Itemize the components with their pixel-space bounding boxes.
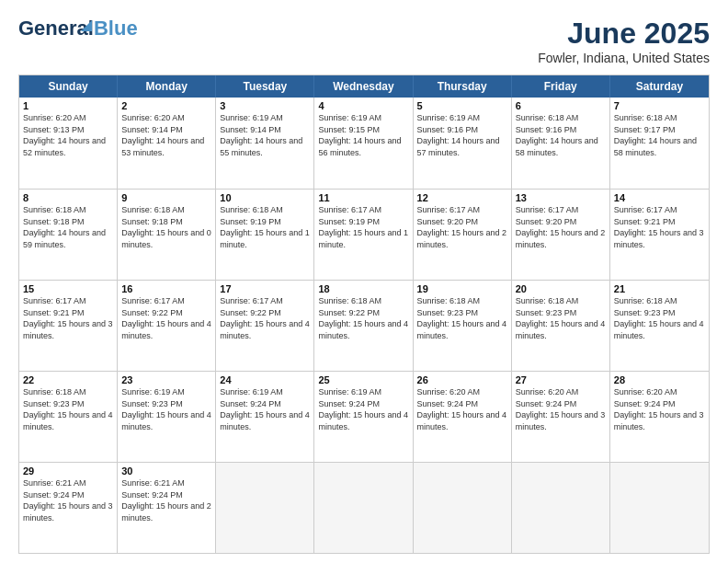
table-row: 13 Sunrise: 6:17 AM Sunset: 9:20 PM Dayl… bbox=[512, 190, 610, 280]
day-number: 10 bbox=[220, 192, 310, 203]
table-row: 18 Sunrise: 6:18 AM Sunset: 9:22 PM Dayl… bbox=[314, 281, 413, 371]
cell-info: Sunrise: 6:21 AM Sunset: 9:24 PM Dayligh… bbox=[121, 477, 211, 523]
header-saturday: Saturday bbox=[610, 75, 709, 98]
page: GeneralBlue June 2025 Fowler, Indiana, U… bbox=[0, 0, 728, 563]
cell-info: Sunrise: 6:17 AM Sunset: 9:22 PM Dayligh… bbox=[121, 295, 211, 341]
week-row-2: 8 Sunrise: 6:18 AM Sunset: 9:18 PM Dayli… bbox=[19, 189, 709, 280]
cell-info: Sunrise: 6:18 AM Sunset: 9:22 PM Dayligh… bbox=[318, 295, 408, 341]
day-number: 30 bbox=[121, 465, 211, 477]
header-monday: Monday bbox=[118, 75, 216, 98]
cell-info: Sunrise: 6:18 AM Sunset: 9:19 PM Dayligh… bbox=[220, 204, 310, 250]
table-row: 17 Sunrise: 6:17 AM Sunset: 9:22 PM Dayl… bbox=[216, 281, 314, 371]
table-row: 5 Sunrise: 6:19 AM Sunset: 9:16 PM Dayli… bbox=[414, 98, 512, 189]
cell-info: Sunrise: 6:17 AM Sunset: 9:20 PM Dayligh… bbox=[417, 204, 507, 250]
table-row: 12 Sunrise: 6:17 AM Sunset: 9:20 PM Dayl… bbox=[414, 190, 512, 280]
table-row bbox=[414, 463, 512, 553]
cell-info: Sunrise: 6:19 AM Sunset: 9:23 PM Dayligh… bbox=[121, 386, 211, 432]
day-number: 12 bbox=[417, 192, 507, 203]
day-number: 22 bbox=[23, 374, 113, 385]
cell-info: Sunrise: 6:19 AM Sunset: 9:15 PM Dayligh… bbox=[318, 112, 408, 158]
table-row: 14 Sunrise: 6:17 AM Sunset: 9:21 PM Dayl… bbox=[610, 190, 709, 280]
table-row: 27 Sunrise: 6:20 AM Sunset: 9:24 PM Dayl… bbox=[512, 372, 610, 462]
cell-info: Sunrise: 6:18 AM Sunset: 9:23 PM Dayligh… bbox=[23, 386, 113, 432]
table-row: 19 Sunrise: 6:18 AM Sunset: 9:23 PM Dayl… bbox=[414, 281, 512, 371]
day-number: 25 bbox=[318, 374, 408, 385]
day-number: 2 bbox=[121, 100, 211, 111]
table-row: 2 Sunrise: 6:20 AM Sunset: 9:14 PM Dayli… bbox=[118, 98, 216, 189]
day-number: 23 bbox=[121, 374, 211, 385]
cell-info: Sunrise: 6:17 AM Sunset: 9:19 PM Dayligh… bbox=[318, 204, 408, 250]
cell-info: Sunrise: 6:19 AM Sunset: 9:24 PM Dayligh… bbox=[220, 386, 310, 432]
calendar-title: June 2025 bbox=[538, 17, 710, 51]
table-row: 11 Sunrise: 6:17 AM Sunset: 9:19 PM Dayl… bbox=[314, 190, 413, 280]
calendar: Sunday Monday Tuesday Wednesday Thursday… bbox=[18, 75, 710, 554]
table-row: 15 Sunrise: 6:17 AM Sunset: 9:21 PM Dayl… bbox=[19, 281, 118, 371]
table-row: 7 Sunrise: 6:18 AM Sunset: 9:17 PM Dayli… bbox=[610, 98, 709, 189]
cell-info: Sunrise: 6:18 AM Sunset: 9:17 PM Dayligh… bbox=[614, 112, 705, 158]
day-number: 27 bbox=[516, 374, 606, 385]
cell-info: Sunrise: 6:17 AM Sunset: 9:21 PM Dayligh… bbox=[614, 204, 705, 250]
cell-info: Sunrise: 6:18 AM Sunset: 9:23 PM Dayligh… bbox=[614, 295, 705, 341]
table-row bbox=[314, 463, 413, 553]
table-row: 24 Sunrise: 6:19 AM Sunset: 9:24 PM Dayl… bbox=[216, 372, 314, 462]
table-row: 4 Sunrise: 6:19 AM Sunset: 9:15 PM Dayli… bbox=[314, 98, 413, 189]
day-number: 24 bbox=[220, 374, 310, 385]
table-row: 16 Sunrise: 6:17 AM Sunset: 9:22 PM Dayl… bbox=[118, 281, 216, 371]
logo-icon bbox=[81, 20, 92, 31]
table-row: 6 Sunrise: 6:18 AM Sunset: 9:16 PM Dayli… bbox=[512, 98, 610, 189]
day-number: 18 bbox=[318, 283, 408, 294]
table-row bbox=[216, 463, 314, 553]
table-row: 22 Sunrise: 6:18 AM Sunset: 9:23 PM Dayl… bbox=[19, 372, 118, 462]
header-wednesday: Wednesday bbox=[314, 75, 413, 98]
day-number: 16 bbox=[121, 283, 211, 294]
header: GeneralBlue June 2025 Fowler, Indiana, U… bbox=[18, 17, 710, 65]
table-row: 9 Sunrise: 6:18 AM Sunset: 9:18 PM Dayli… bbox=[118, 190, 216, 280]
week-row-4: 22 Sunrise: 6:18 AM Sunset: 9:23 PM Dayl… bbox=[19, 371, 709, 462]
cell-info: Sunrise: 6:17 AM Sunset: 9:20 PM Dayligh… bbox=[516, 204, 606, 250]
table-row bbox=[512, 463, 610, 553]
header-tuesday: Tuesday bbox=[216, 75, 314, 98]
day-number: 7 bbox=[614, 100, 705, 111]
logo: GeneralBlue bbox=[18, 17, 101, 55]
table-row: 21 Sunrise: 6:18 AM Sunset: 9:23 PM Dayl… bbox=[610, 281, 709, 371]
table-row: 23 Sunrise: 6:19 AM Sunset: 9:23 PM Dayl… bbox=[118, 372, 216, 462]
table-row: 25 Sunrise: 6:19 AM Sunset: 9:24 PM Dayl… bbox=[314, 372, 413, 462]
day-number: 5 bbox=[417, 100, 507, 111]
week-row-5: 29 Sunrise: 6:21 AM Sunset: 9:24 PM Dayl… bbox=[19, 462, 709, 553]
cell-info: Sunrise: 6:17 AM Sunset: 9:22 PM Dayligh… bbox=[220, 295, 310, 341]
calendar-header: Sunday Monday Tuesday Wednesday Thursday… bbox=[19, 75, 709, 98]
day-number: 4 bbox=[318, 100, 408, 111]
cell-info: Sunrise: 6:19 AM Sunset: 9:14 PM Dayligh… bbox=[220, 112, 310, 158]
cell-info: Sunrise: 6:19 AM Sunset: 9:24 PM Dayligh… bbox=[318, 386, 408, 432]
day-number: 21 bbox=[614, 283, 705, 294]
table-row: 3 Sunrise: 6:19 AM Sunset: 9:14 PM Dayli… bbox=[216, 98, 314, 189]
week-row-3: 15 Sunrise: 6:17 AM Sunset: 9:21 PM Dayl… bbox=[19, 280, 709, 371]
header-thursday: Thursday bbox=[414, 75, 512, 98]
calendar-location: Fowler, Indiana, United States bbox=[538, 51, 710, 65]
day-number: 19 bbox=[417, 283, 507, 294]
cell-info: Sunrise: 6:18 AM Sunset: 9:18 PM Dayligh… bbox=[23, 204, 113, 250]
day-number: 11 bbox=[318, 192, 408, 203]
cell-info: Sunrise: 6:18 AM Sunset: 9:23 PM Dayligh… bbox=[417, 295, 507, 341]
day-number: 6 bbox=[516, 100, 606, 111]
day-number: 20 bbox=[516, 283, 606, 294]
calendar-body: 1 Sunrise: 6:20 AM Sunset: 9:13 PM Dayli… bbox=[19, 98, 709, 553]
cell-info: Sunrise: 6:18 AM Sunset: 9:18 PM Dayligh… bbox=[121, 204, 211, 250]
day-number: 8 bbox=[23, 192, 113, 203]
day-number: 9 bbox=[121, 192, 211, 203]
table-row: 8 Sunrise: 6:18 AM Sunset: 9:18 PM Dayli… bbox=[19, 190, 118, 280]
table-row: 30 Sunrise: 6:21 AM Sunset: 9:24 PM Dayl… bbox=[118, 463, 216, 553]
cell-info: Sunrise: 6:20 AM Sunset: 9:24 PM Dayligh… bbox=[614, 386, 705, 432]
table-row: 26 Sunrise: 6:20 AM Sunset: 9:24 PM Dayl… bbox=[414, 372, 512, 462]
table-row: 10 Sunrise: 6:18 AM Sunset: 9:19 PM Dayl… bbox=[216, 190, 314, 280]
cell-info: Sunrise: 6:20 AM Sunset: 9:24 PM Dayligh… bbox=[417, 386, 507, 432]
day-number: 3 bbox=[220, 100, 310, 111]
day-number: 1 bbox=[23, 100, 113, 111]
header-sunday: Sunday bbox=[19, 75, 118, 98]
cell-info: Sunrise: 6:20 AM Sunset: 9:24 PM Dayligh… bbox=[516, 386, 606, 432]
title-block: June 2025 Fowler, Indiana, United States bbox=[538, 17, 710, 65]
table-row: 29 Sunrise: 6:21 AM Sunset: 9:24 PM Dayl… bbox=[19, 463, 118, 553]
day-number: 29 bbox=[23, 465, 113, 477]
day-number: 28 bbox=[614, 374, 705, 385]
week-row-1: 1 Sunrise: 6:20 AM Sunset: 9:13 PM Dayli… bbox=[19, 98, 709, 189]
